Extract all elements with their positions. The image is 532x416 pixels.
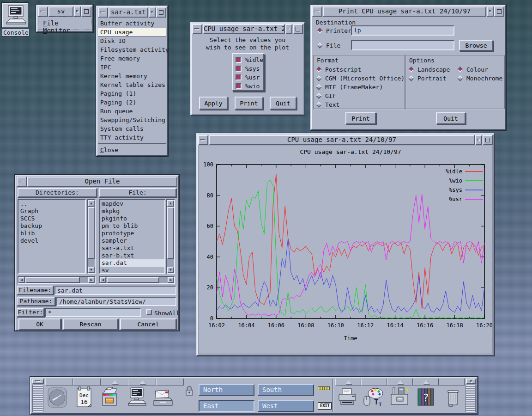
directory-item-backup[interactable]: backup bbox=[18, 222, 85, 230]
menu-item-paging-1[interactable]: Paging (1) bbox=[98, 89, 166, 98]
workspace-button-east[interactable]: East bbox=[199, 400, 254, 412]
format-postscript[interactable]: Postscript bbox=[317, 65, 405, 74]
scroll-right-button[interactable]: ▶ bbox=[168, 277, 174, 283]
file-item-prototype[interactable]: prototype bbox=[100, 230, 164, 237]
maximize-button[interactable] bbox=[293, 24, 303, 34]
subpanel-tab[interactable] bbox=[335, 379, 361, 385]
console-desktop-icon[interactable]: Console bbox=[2, 3, 30, 37]
directories-vscrollbar[interactable]: ▲ ▼ bbox=[87, 199, 96, 274]
maximize-button[interactable] bbox=[494, 6, 504, 17]
subpanel-arrow-icon[interactable] bbox=[423, 380, 429, 384]
file-item-sampler[interactable]: sampler bbox=[100, 237, 164, 245]
directory-item-graph[interactable]: Graph bbox=[18, 208, 85, 215]
destination-printer-radio[interactable]: Printer bbox=[318, 26, 351, 35]
subpanel-arrow-icon[interactable] bbox=[139, 380, 146, 384]
menu-item-tty-activity[interactable]: TTY activity bbox=[98, 133, 166, 142]
toggle-usr[interactable]: %usr bbox=[236, 73, 263, 82]
scroll-down-button[interactable]: ▼ bbox=[88, 267, 95, 273]
window-menu-button[interactable] bbox=[98, 7, 108, 18]
workspace-button-north[interactable]: North bbox=[199, 384, 254, 396]
panel-right-handle[interactable] bbox=[466, 385, 476, 412]
menu-item-disk-io[interactable]: Disk IO bbox=[98, 37, 166, 45]
menu-item-kernel-table-sizes[interactable]: Kernel table sizes bbox=[98, 80, 166, 89]
show-all-checkbox[interactable] bbox=[146, 309, 152, 315]
scroll-left-button[interactable]: ◀ bbox=[18, 277, 25, 283]
maximize-button[interactable] bbox=[483, 135, 493, 145]
directory-item-sccs[interactable]: SCCS bbox=[18, 215, 85, 222]
trash-control[interactable] bbox=[444, 386, 466, 412]
directory-item-blib[interactable]: blib bbox=[18, 230, 85, 237]
ok-button[interactable]: OK bbox=[18, 318, 61, 330]
maximize-button[interactable] bbox=[81, 6, 91, 17]
monitor-menu[interactable]: Monitor bbox=[43, 27, 70, 34]
destination-file-radio[interactable]: File bbox=[318, 41, 340, 50]
print-button[interactable]: Print bbox=[345, 112, 376, 124]
window-menu-button[interactable] bbox=[192, 24, 202, 34]
file-manager-control[interactable] bbox=[99, 386, 121, 412]
file-item-pm-to-blib[interactable]: pm_to_blib bbox=[100, 222, 164, 230]
menu-item-ipc[interactable]: IPC bbox=[98, 63, 166, 72]
workspace-button-west[interactable]: West bbox=[258, 400, 314, 412]
format-mif-framemaker[interactable]: MIF (FrameMaker) bbox=[317, 83, 405, 92]
pathname-field[interactable]: /home/alanbur/StatsView/ bbox=[56, 297, 176, 306]
mail-control[interactable] bbox=[152, 386, 174, 412]
toggle-wio[interactable]: %wio bbox=[236, 82, 263, 91]
minimize-button[interactable] bbox=[149, 7, 156, 18]
maximize-button[interactable] bbox=[156, 7, 166, 18]
quit-button[interactable]: Quit bbox=[436, 112, 466, 124]
printer-control[interactable] bbox=[337, 386, 359, 412]
menu-item-system-calls[interactable]: System calls bbox=[98, 124, 166, 133]
files-hscrollbar[interactable]: ◀ ▶ bbox=[99, 276, 175, 284]
subpanel-tab[interactable] bbox=[413, 379, 439, 385]
quit-button[interactable]: Quit bbox=[270, 97, 296, 110]
file-item-mapdev[interactable]: mapdev bbox=[100, 200, 164, 208]
subpanel-tab[interactable] bbox=[128, 379, 156, 385]
orientation-landscape[interactable]: Landscape bbox=[409, 65, 450, 74]
menu-item-buffer-activity[interactable]: Buffer activity bbox=[98, 19, 166, 28]
calendar-control[interactable]: Dec 16 bbox=[73, 386, 96, 412]
menu-item-paging-2[interactable]: Paging (2) bbox=[98, 98, 166, 107]
scroll-left-button[interactable]: ◀ bbox=[100, 277, 106, 283]
minimize-button[interactable] bbox=[285, 24, 292, 34]
scroll-thumb[interactable] bbox=[107, 277, 159, 283]
scroll-right-button[interactable]: ▶ bbox=[88, 277, 95, 283]
orientation-portrait[interactable]: Portrait bbox=[409, 74, 450, 83]
panel-left-handle[interactable] bbox=[32, 385, 43, 412]
minimize-button[interactable] bbox=[475, 135, 482, 145]
file-item-sv[interactable]: sv bbox=[100, 267, 164, 274]
scroll-up-button[interactable]: ▲ bbox=[167, 200, 174, 207]
minimize-button[interactable] bbox=[487, 6, 494, 17]
scroll-up-button[interactable]: ▲ bbox=[88, 200, 95, 207]
panel-menu-button[interactable] bbox=[32, 379, 44, 384]
rescan-button[interactable]: Rescan bbox=[63, 318, 118, 330]
menu-item-close[interactable]: Close bbox=[98, 146, 166, 154]
scroll-thumb[interactable] bbox=[88, 207, 95, 259]
scroll-thumb[interactable] bbox=[167, 207, 174, 259]
format-text[interactable]: Text bbox=[317, 100, 405, 109]
directory-item-devel[interactable]: devel bbox=[18, 237, 85, 245]
exit-button[interactable]: EXIT bbox=[318, 402, 332, 410]
directories-hscrollbar[interactable]: ◀ ▶ bbox=[18, 276, 96, 284]
files-vscrollbar[interactable]: ▲ ▼ bbox=[166, 199, 175, 274]
output-file-field[interactable] bbox=[351, 40, 454, 50]
print-button[interactable]: Print bbox=[235, 97, 263, 110]
menu-item-free-memory[interactable]: Free memory bbox=[98, 54, 166, 63]
file-menu[interactable]: File bbox=[43, 19, 59, 27]
workspace-button-south[interactable]: South bbox=[258, 384, 314, 396]
scroll-thumb[interactable] bbox=[25, 277, 80, 283]
help-control[interactable]: ? bbox=[416, 386, 438, 412]
scroll-down-button[interactable]: ▼ bbox=[167, 267, 174, 273]
clock-control[interactable] bbox=[47, 386, 69, 412]
menu-item-kernel-memory[interactable]: Kernel memory bbox=[98, 72, 166, 80]
style-manager-control[interactable]: T T bbox=[362, 386, 384, 412]
subpanel-arrow-icon[interactable] bbox=[345, 380, 352, 384]
window-menu-button[interactable] bbox=[198, 135, 208, 145]
menu-item-swapping-switching[interactable]: Swapping/Switching bbox=[98, 116, 166, 124]
filter-field[interactable]: * bbox=[45, 308, 141, 317]
window-menu-button[interactable] bbox=[312, 6, 322, 17]
subpanel-arrow-icon[interactable] bbox=[397, 380, 404, 384]
file-item-sar-b-txt[interactable]: sar-b.txt bbox=[100, 252, 164, 259]
lock-icon[interactable] bbox=[185, 385, 193, 398]
subpanel-tab[interactable] bbox=[387, 379, 413, 385]
menu-item-cpu-usage[interactable]: CPU usage bbox=[98, 28, 166, 37]
